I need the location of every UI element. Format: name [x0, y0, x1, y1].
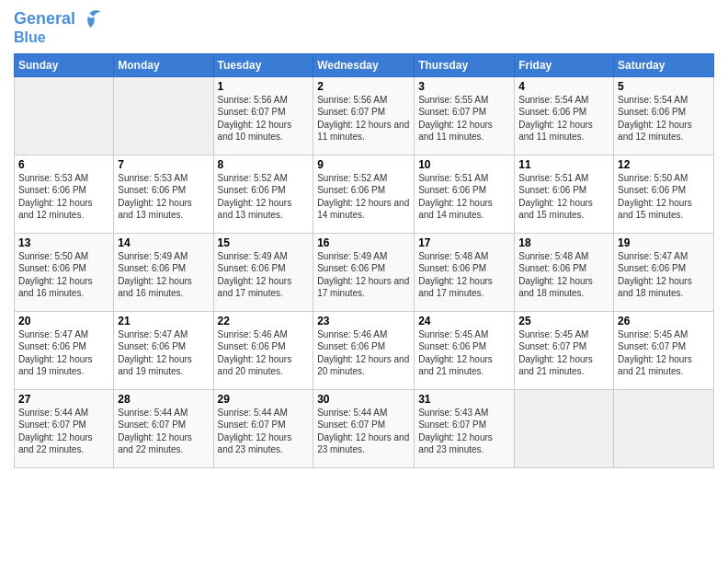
calendar-table: SundayMondayTuesdayWednesdayThursdayFrid… — [14, 53, 714, 468]
sunset-text: Sunset: 6:06 PM — [518, 263, 586, 273]
day-number: 23 — [317, 315, 410, 327]
sunset-text: Sunset: 6:07 PM — [18, 419, 86, 430]
sunrise-text: Sunrise: 5:44 AM — [317, 408, 387, 418]
day-info: Sunrise: 5:44 AMSunset: 6:07 PMDaylight:… — [18, 407, 109, 456]
sunrise-text: Sunrise: 5:52 AM — [218, 173, 288, 183]
daylight-text: Daylight: 12 hours and 21 minutes. — [518, 354, 593, 377]
day-number: 9 — [317, 158, 410, 171]
daylight-text: Daylight: 12 hours and 13 minutes. — [118, 198, 192, 221]
day-number: 12 — [618, 158, 710, 171]
day-info: Sunrise: 5:45 AMSunset: 6:07 PMDaylight:… — [618, 328, 710, 378]
daylight-text: Daylight: 12 hours and 23 minutes. — [418, 432, 493, 455]
day-number: 29 — [218, 393, 310, 406]
header: General Blue — [14, 9, 714, 46]
daylight-text: Daylight: 12 hours and 14 minutes. — [418, 198, 493, 221]
daylight-text: Daylight: 12 hours and 13 minutes. — [218, 198, 292, 221]
calendar-cell: 29Sunrise: 5:44 AMSunset: 6:07 PMDayligh… — [213, 389, 313, 467]
sunset-text: Sunset: 6:07 PM — [317, 419, 385, 430]
day-info: Sunrise: 5:48 AMSunset: 6:06 PMDaylight:… — [518, 250, 609, 300]
weekday-header-tuesday: Tuesday — [213, 53, 313, 76]
sunset-text: Sunset: 6:07 PM — [317, 107, 385, 117]
calendar-cell — [15, 76, 114, 155]
sunrise-text: Sunrise: 5:53 AM — [118, 173, 188, 183]
sunrise-text: Sunrise: 5:44 AM — [118, 408, 188, 418]
sunset-text: Sunset: 6:06 PM — [18, 341, 86, 351]
day-info: Sunrise: 5:46 AMSunset: 6:06 PMDaylight:… — [317, 328, 410, 378]
calendar-cell: 14Sunrise: 5:49 AMSunset: 6:06 PMDayligh… — [114, 233, 213, 311]
day-info: Sunrise: 5:43 AMSunset: 6:07 PMDaylight:… — [418, 407, 510, 456]
sunset-text: Sunset: 6:06 PM — [618, 107, 686, 117]
calendar-container: General Blue SundayMondayTuesdayWednesda… — [0, 0, 728, 477]
sunrise-text: Sunrise: 5:45 AM — [518, 329, 588, 339]
sunrise-text: Sunrise: 5:44 AM — [218, 408, 288, 418]
day-info: Sunrise: 5:47 AMSunset: 6:06 PMDaylight:… — [18, 328, 109, 378]
daylight-text: Daylight: 12 hours and 22 minutes. — [118, 432, 192, 455]
sunset-text: Sunset: 6:07 PM — [518, 341, 586, 351]
sunset-text: Sunset: 6:06 PM — [118, 263, 186, 273]
daylight-text: Daylight: 12 hours and 12 minutes. — [18, 198, 93, 221]
calendar-cell: 12Sunrise: 5:50 AMSunset: 6:06 PMDayligh… — [614, 155, 714, 233]
daylight-text: Daylight: 12 hours and 20 minutes. — [218, 354, 292, 377]
day-info: Sunrise: 5:46 AMSunset: 6:06 PMDaylight:… — [218, 328, 310, 378]
day-number: 6 — [18, 158, 109, 171]
weekday-header-friday: Friday — [515, 53, 614, 76]
daylight-text: Daylight: 12 hours and 23 minutes. — [218, 432, 292, 455]
calendar-cell — [114, 76, 213, 155]
calendar-cell: 4Sunrise: 5:54 AMSunset: 6:06 PMDaylight… — [515, 76, 614, 155]
day-info: Sunrise: 5:47 AMSunset: 6:06 PMDaylight:… — [118, 328, 209, 378]
sunrise-text: Sunrise: 5:51 AM — [418, 173, 488, 183]
day-info: Sunrise: 5:44 AMSunset: 6:07 PMDaylight:… — [118, 407, 209, 456]
sunset-text: Sunset: 6:06 PM — [518, 185, 586, 195]
day-number: 2 — [317, 80, 410, 93]
sunrise-text: Sunrise: 5:45 AM — [418, 329, 488, 339]
sunset-text: Sunset: 6:06 PM — [218, 341, 286, 351]
sunrise-text: Sunrise: 5:56 AM — [218, 95, 288, 105]
sunset-text: Sunset: 6:06 PM — [418, 341, 486, 351]
day-number: 20 — [18, 315, 109, 327]
daylight-text: Daylight: 12 hours and 22 minutes. — [18, 432, 93, 455]
day-number: 8 — [218, 158, 310, 171]
calendar-cell: 18Sunrise: 5:48 AMSunset: 6:06 PMDayligh… — [515, 233, 614, 311]
day-number: 1 — [218, 80, 310, 93]
day-info: Sunrise: 5:44 AMSunset: 6:07 PMDaylight:… — [317, 407, 410, 456]
day-number: 21 — [118, 315, 209, 327]
day-info: Sunrise: 5:51 AMSunset: 6:06 PMDaylight:… — [418, 172, 510, 222]
sunrise-text: Sunrise: 5:49 AM — [317, 251, 387, 261]
sunset-text: Sunset: 6:06 PM — [18, 263, 86, 273]
day-info: Sunrise: 5:53 AMSunset: 6:06 PMDaylight:… — [18, 172, 109, 222]
daylight-text: Daylight: 12 hours and 12 minutes. — [618, 120, 692, 143]
logo: General Blue — [14, 9, 103, 46]
calendar-cell: 15Sunrise: 5:49 AMSunset: 6:06 PMDayligh… — [213, 233, 313, 311]
day-info: Sunrise: 5:49 AMSunset: 6:06 PMDaylight:… — [218, 250, 310, 300]
weekday-header-monday: Monday — [114, 53, 213, 76]
daylight-text: Daylight: 12 hours and 11 minutes. — [418, 120, 493, 143]
sunset-text: Sunset: 6:06 PM — [218, 185, 286, 195]
calendar-cell: 30Sunrise: 5:44 AMSunset: 6:07 PMDayligh… — [313, 389, 415, 467]
daylight-text: Daylight: 12 hours and 17 minutes. — [218, 276, 292, 299]
sunrise-text: Sunrise: 5:45 AM — [618, 329, 688, 339]
sunset-text: Sunset: 6:06 PM — [317, 341, 385, 351]
sunrise-text: Sunrise: 5:44 AM — [18, 408, 88, 418]
daylight-text: Daylight: 12 hours and 19 minutes. — [18, 354, 93, 377]
calendar-cell: 20Sunrise: 5:47 AMSunset: 6:06 PMDayligh… — [15, 311, 114, 389]
day-number: 22 — [218, 315, 310, 327]
sunrise-text: Sunrise: 5:50 AM — [618, 173, 688, 183]
day-info: Sunrise: 5:51 AMSunset: 6:06 PMDaylight:… — [518, 172, 609, 222]
daylight-text: Daylight: 12 hours and 15 minutes. — [618, 198, 692, 221]
daylight-text: Daylight: 12 hours and 20 minutes. — [317, 354, 409, 377]
day-info: Sunrise: 5:45 AMSunset: 6:07 PMDaylight:… — [518, 328, 609, 378]
calendar-cell: 28Sunrise: 5:44 AMSunset: 6:07 PMDayligh… — [114, 389, 213, 467]
calendar-cell: 26Sunrise: 5:45 AMSunset: 6:07 PMDayligh… — [614, 311, 714, 389]
sunset-text: Sunset: 6:06 PM — [218, 263, 286, 273]
calendar-cell — [614, 389, 714, 467]
sunrise-text: Sunrise: 5:47 AM — [618, 251, 688, 261]
sunset-text: Sunset: 6:06 PM — [518, 107, 586, 117]
day-info: Sunrise: 5:55 AMSunset: 6:07 PMDaylight:… — [418, 94, 510, 144]
weekday-header-saturday: Saturday — [614, 53, 714, 76]
day-number: 19 — [618, 236, 710, 249]
daylight-text: Daylight: 12 hours and 16 minutes. — [118, 276, 192, 299]
calendar-cell: 21Sunrise: 5:47 AMSunset: 6:06 PMDayligh… — [114, 311, 213, 389]
calendar-cell — [515, 389, 614, 467]
sunrise-text: Sunrise: 5:55 AM — [418, 95, 488, 105]
daylight-text: Daylight: 12 hours and 17 minutes. — [418, 276, 493, 299]
